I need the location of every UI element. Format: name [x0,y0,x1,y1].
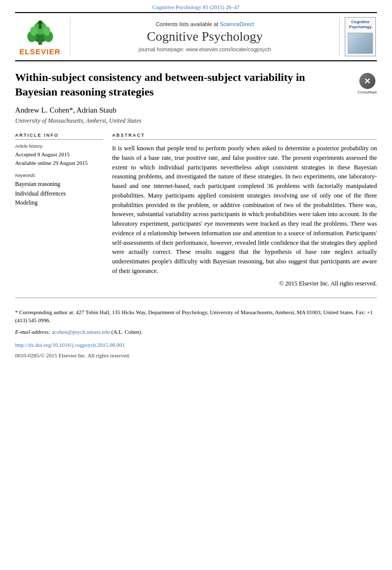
science-direct-link[interactable]: ScienceDirect [220,21,254,27]
cover-image [348,33,373,54]
svg-point-5 [30,26,37,35]
article-history: Article history: Accepted 9 August 2015 … [15,144,103,167]
title-crossmark-row: Within-subject consistency and between-s… [15,70,377,106]
article-title: Within-subject consistency and between-s… [15,70,350,99]
elsevier-logo: ELSEVIER [15,17,70,56]
email-label: E-mail address: [15,329,50,335]
abstract-text: It is well known that people tend to per… [112,144,377,276]
citation-bar: Cognitive Psychology 81 (2015) 26–47 [0,0,392,12]
title-area: Within-subject consistency and between-s… [15,70,350,106]
corresponding-author: * Corresponding author at: 427 Tobin Hal… [15,308,377,325]
divider [15,298,377,298]
abstract-label: ABSTRACT [112,133,377,140]
citation-details: 81 (2015) 26–47 [203,4,239,10]
page-wrapper: Cognitive Psychology 81 (2015) 26–47 ELS… [0,0,392,374]
authors: Andrew L. Cohen*, Adrian Staub [15,106,377,115]
keywords-section: Keywords: Bayesian reasoning Individual … [15,173,103,207]
journal-header: ELSEVIER Contents lists available at Sci… [15,12,377,61]
keyword-1: Bayesian reasoning [15,179,103,188]
corresponding-label: * Corresponding author at: [15,309,74,315]
elsevier-tree-icon [20,18,60,46]
cover-box: Cognitive Psychology [345,17,376,56]
two-column-layout: ARTICLE INFO Article history: Accepted 9… [15,133,377,288]
article-info-col: ARTICLE INFO Article history: Accepted 9… [15,133,103,288]
keyword-2: Individual differences [15,189,103,198]
history-accepted: Accepted 9 August 2015 [15,150,103,159]
contents-line: Contents lists available at ScienceDirec… [156,21,254,27]
crossmark-icon: ✕ [364,76,370,86]
citation-journal: Cognitive Psychology [152,4,201,10]
keywords-sublabel: Keywords: [15,173,103,178]
abstract-col: ABSTRACT It is well known that people te… [112,133,377,288]
cover-box-title: Cognitive Psychology [349,20,372,29]
citation-link[interactable]: Cognitive Psychology 81 (2015) 26–47 [152,4,240,10]
keyword-3: Modeling [15,198,103,207]
journal-title-display: Cognitive Psychology [147,29,262,44]
homepage-line: journal homepage: www.elsevier.com/locat… [139,46,271,52]
issn-line: 0010-0285/© 2015 Elsevier Inc. All right… [15,351,377,360]
history-online: Available online 29 August 2015 [15,159,103,167]
copyright-line: © 2015 Elsevier Inc. All rights reserved… [112,280,377,288]
journal-cover: Cognitive Psychology [339,17,377,56]
history-sublabel: Article history: [15,144,103,149]
crossmark-label: CrossMark [357,90,377,94]
svg-rect-8 [39,25,42,28]
elsevier-text: ELSEVIER [19,47,60,56]
footnotes-section: * Corresponding author at: 427 Tobin Hal… [15,308,377,360]
crossmark-badge[interactable]: ✕ CrossMark [357,73,377,94]
svg-point-7 [38,20,42,25]
article-section: Within-subject consistency and between-s… [15,70,377,288]
affiliation: University of Massachusetts, Amherst, Un… [15,117,377,125]
article-info-label: ARTICLE INFO [15,133,103,140]
email-link[interactable]: acohen@psych.umass.edu [52,329,110,335]
doi-line: http://dx.doi.org/10.1016/j.cogpsych.201… [15,341,377,349]
doi-link[interactable]: http://dx.doi.org/10.1016/j.cogpsych.201… [15,342,125,348]
journal-center: Contents lists available at ScienceDirec… [70,17,339,56]
email-suffix: (A.L. Cohen). [112,329,143,335]
svg-point-6 [43,26,50,35]
crossmark-circle: ✕ [359,73,375,89]
email-line: E-mail address: acohen@psych.umass.edu (… [15,328,377,336]
